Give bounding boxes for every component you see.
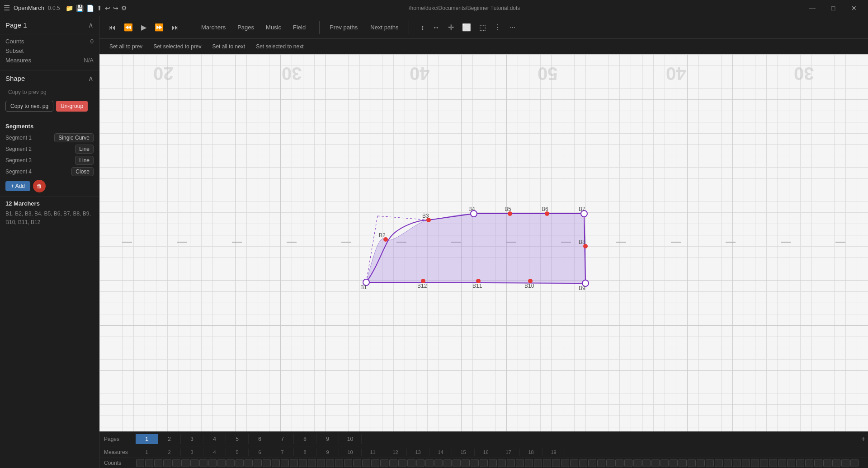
shape-buttons: Copy to prev pg <box>5 87 94 97</box>
segment-value-4[interactable]: Close <box>71 167 94 176</box>
export-icon[interactable]: ⬆ <box>97 5 102 12</box>
count-item-18 <box>299 459 307 467</box>
count-item-49 <box>579 459 587 467</box>
counts-value: 0 <box>90 38 94 45</box>
delete-segment-button[interactable]: 🗑 <box>33 180 46 192</box>
path-buttons: Prev paths Next paths <box>324 21 404 33</box>
count-item-13 <box>254 459 262 467</box>
tab-pages[interactable]: Pages <box>232 21 259 33</box>
count-item-51 <box>597 459 605 467</box>
more-button[interactable]: ··· <box>506 21 519 33</box>
count-item-65 <box>724 459 732 467</box>
tab-marchers[interactable]: Marchers <box>196 21 231 33</box>
measures-items: 12345678910111213141516171819 <box>136 449 868 456</box>
go-to-start-button[interactable]: ⏮ <box>105 21 119 33</box>
add-page-button[interactable]: + <box>859 435 868 443</box>
arrow-horizontal-button[interactable]: ↔ <box>429 21 443 33</box>
counts-section: Counts 0 Subset Measures N/A <box>0 34 99 70</box>
page-item-2[interactable]: 2 <box>158 434 181 444</box>
page-item-5[interactable]: 5 <box>226 434 249 444</box>
add-segment-button[interactable]: + Add <box>5 181 30 191</box>
play-button[interactable]: ▶ <box>137 21 150 33</box>
count-item-39 <box>489 459 497 467</box>
measure-item-11: 11 <box>362 449 384 456</box>
page-item-10[interactable]: 10 <box>339 434 362 444</box>
count-item-27 <box>380 459 388 467</box>
next-paths-button[interactable]: Next paths <box>365 21 404 33</box>
move-button[interactable]: ✛ <box>444 21 458 33</box>
segment-value-3[interactable]: Line <box>75 156 94 165</box>
set-selected-next-button[interactable]: Set selected to next <box>251 42 308 51</box>
count-item-23 <box>344 459 352 467</box>
align-v-button[interactable]: ⬜ <box>458 21 475 33</box>
measure-item-19: 19 <box>542 449 565 456</box>
redo-icon[interactable]: ↪ <box>113 5 118 12</box>
bottom-bar: Pages 12345678910 + Measures 12345678910… <box>99 431 868 468</box>
save-icon[interactable]: 💾 <box>76 5 84 12</box>
segment-value-1[interactable]: Single Curve <box>54 133 94 142</box>
divider-2 <box>319 21 320 34</box>
measure-item-6: 6 <box>249 449 271 456</box>
count-item-45 <box>543 459 551 467</box>
count-item-12 <box>245 459 253 467</box>
toolbar: ⏮ ⏪ ▶ ⏩ ⏭ Marchers Pages Music Field Pre… <box>99 16 868 39</box>
count-item-22 <box>335 459 343 467</box>
tab-field[interactable]: Field <box>288 21 311 33</box>
canvas-area[interactable]: 20 30 40 50 40 30 <box>99 54 868 431</box>
settings-icon[interactable]: ⚙ <box>121 5 127 12</box>
undo-icon[interactable]: ↩ <box>105 5 110 12</box>
count-item-52 <box>606 459 614 467</box>
go-to-end-button[interactable]: ⏭ <box>168 21 183 33</box>
copy-next-button[interactable]: Copy to next pg <box>5 101 53 112</box>
prev-page-button[interactable]: ⏪ <box>120 21 137 33</box>
new-file-icon[interactable]: 📄 <box>86 5 94 12</box>
count-item-46 <box>552 459 560 467</box>
count-item-31 <box>416 459 425 467</box>
shape-collapse-btn[interactable]: ∧ <box>88 74 94 83</box>
count-item-44 <box>534 459 542 467</box>
marchers-count: 12 Marchers <box>5 200 94 207</box>
prev-paths-button[interactable]: Prev paths <box>324 21 363 33</box>
measure-item-5: 5 <box>226 449 249 456</box>
segment-row-3: Segment 3 Line <box>5 156 94 165</box>
count-item-42 <box>516 459 524 467</box>
set-selected-prev-button[interactable]: Set selected to prev <box>149 42 206 51</box>
page-item-4[interactable]: 4 <box>203 434 226 444</box>
count-item-73 <box>796 459 804 467</box>
count-item-62 <box>697 459 705 467</box>
count-item-79 <box>850 459 859 467</box>
page-collapse-btn[interactable]: ∧ <box>88 21 94 29</box>
page-item-9[interactable]: 9 <box>316 434 339 444</box>
counts-row-bottom: Counts <box>99 458 868 468</box>
tab-music[interactable]: Music <box>260 21 287 33</box>
segments-section: Segments Segment 1 Single CurveSegment 2… <box>0 119 99 197</box>
align-h-button[interactable]: ⬚ <box>476 21 490 33</box>
menu-icon[interactable]: ☰ <box>4 4 10 12</box>
minimize-button[interactable]: — <box>802 0 823 16</box>
count-item-48 <box>570 459 578 467</box>
counts-label-bottom: Counts <box>99 460 136 466</box>
measure-item-17: 17 <box>497 449 520 456</box>
measure-item-14: 14 <box>429 449 452 456</box>
page-item-8[interactable]: 8 <box>294 434 316 444</box>
page-item-6[interactable]: 6 <box>249 434 271 444</box>
ungroup-button[interactable]: Un-group <box>56 101 88 112</box>
maximize-button[interactable]: □ <box>823 0 844 16</box>
next-page-button[interactable]: ⏩ <box>151 21 167 33</box>
copy-prev-button[interactable]: Copy to prev pg <box>5 87 49 97</box>
set-all-prev-button[interactable]: Set all to prev <box>105 42 147 51</box>
close-button[interactable]: ✕ <box>844 0 864 16</box>
page-item-7[interactable]: 7 <box>271 434 294 444</box>
distribute-button[interactable]: ⋮ <box>491 21 505 33</box>
count-item-36 <box>462 459 470 467</box>
count-item-69 <box>760 459 768 467</box>
page-item-3[interactable]: 3 <box>181 434 203 444</box>
count-item-53 <box>615 459 623 467</box>
arrow-vertical-button[interactable]: ↕ <box>417 21 428 33</box>
page-item-1[interactable]: 1 <box>136 434 158 444</box>
set-all-next-button[interactable]: Set all to next <box>208 42 250 51</box>
segment-value-2[interactable]: Line <box>75 145 94 154</box>
open-file-icon[interactable]: 📁 <box>66 5 73 12</box>
measure-item-12: 12 <box>384 449 407 456</box>
count-item-21 <box>326 459 334 467</box>
